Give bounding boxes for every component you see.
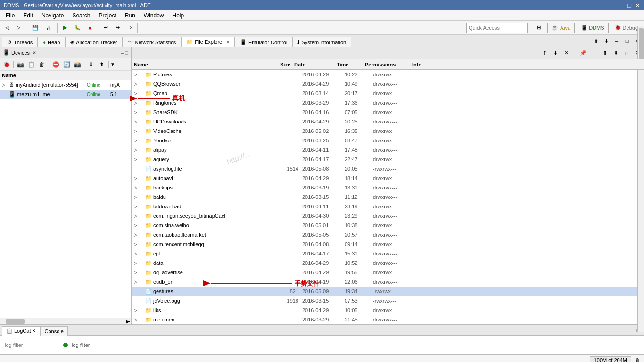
refresh-btn[interactable]: 🔄: [61, 60, 72, 69]
file-row[interactable]: ▷ 📁 Youdao 2016-03-25 08:47 drwxrwx---: [132, 136, 644, 145]
expand-icon[interactable]: ▷: [134, 119, 140, 124]
fe-pin-btn[interactable]: 📌: [578, 49, 588, 58]
file-row[interactable]: ▷ 📁 cpt 2016-04-17 15:31 drwxrwx---: [132, 249, 644, 258]
expand-icon[interactable]: ▷: [134, 91, 140, 96]
toolbar-run-btn[interactable]: ▶: [60, 22, 70, 33]
minimize-button[interactable]: –: [620, 2, 624, 9]
file-row[interactable]: ▷ 📁 QQBrowser 2016-04-29 10:49 drwxrwx--…: [132, 79, 644, 89]
file-row[interactable]: ▷ 📁 Qmap 2016-03-14 20:17 drwxrwx---: [132, 89, 644, 98]
gc-icon[interactable]: 🗑: [635, 357, 640, 362]
pull-btn[interactable]: ⬇: [86, 60, 96, 69]
file-row[interactable]: ▷ 📁 libs 2016-04-29 10:05 drwxrwx---: [132, 305, 644, 315]
logcat-filter-input[interactable]: [3, 341, 59, 349]
expand-emulator[interactable]: ▷: [2, 82, 8, 87]
fe-max-btn[interactable]: □: [622, 49, 631, 58]
file-row[interactable]: 📄 gestures 821 2016-05-09 19:34 -rwxrwx-…: [132, 287, 644, 296]
menu-navigate[interactable]: Navigate: [38, 11, 67, 20]
expand-icon[interactable]: ▷: [134, 129, 140, 133]
tab-bar-ctrl1[interactable]: ⬆: [591, 37, 601, 45]
file-row[interactable]: ▷ 📁 bddownload 2016-04-11 23:19 drwxrwx-…: [132, 202, 644, 211]
file-row[interactable]: ▷ 📁 autonavi 2016-04-29 18:14 drwxrwx---: [132, 173, 644, 183]
fe-export-btn[interactable]: ⬇: [551, 49, 560, 58]
tab-network[interactable]: 〜 Network Statistics: [123, 37, 181, 47]
file-row[interactable]: ▷ 📁 Pictures 2016-04-29 10:22 drwxrwx---: [132, 70, 644, 79]
tab-sysinfo[interactable]: ℹ System Information: [292, 37, 351, 47]
expand-icon[interactable]: ▷: [134, 138, 140, 143]
push-btn[interactable]: ⬆: [97, 60, 107, 69]
toolbar-ddms-btn[interactable]: 📱 DDMS: [577, 23, 608, 33]
menu-edit[interactable]: Edit: [19, 11, 37, 20]
quick-access-input[interactable]: [466, 23, 528, 33]
menu-search[interactable]: Search: [68, 11, 94, 20]
file-row[interactable]: ▷ 📁 UCDownloads 2016-04-29 20:25 drwxrwx…: [132, 117, 644, 126]
toolbar-stop-btn[interactable]: ■: [85, 22, 95, 33]
expand-icon[interactable]: ▷: [134, 223, 140, 228]
file-row[interactable]: ▷ 📁 meiumen... 2016-03-29 21:45 drwxrwx-…: [132, 315, 644, 324]
lc-ctrl1[interactable]: –: [626, 327, 634, 334]
menu-project[interactable]: Project: [95, 11, 120, 20]
tab-file-explorer-close[interactable]: ✕: [226, 40, 230, 45]
devices-close-icon[interactable]: ✕: [33, 50, 36, 55]
expand-icon[interactable]: ▷: [134, 100, 140, 105]
tab-threads[interactable]: ⚙ Threads: [2, 37, 38, 47]
file-row[interactable]: ▷ 📁 alipay 2016-04-11 17:48 drwxrwx---: [132, 145, 644, 155]
toolbar-back-btn[interactable]: ◁: [2, 22, 12, 33]
devices-minimize-btn[interactable]: –: [121, 50, 124, 56]
devices-hscroll-thumb[interactable]: [6, 319, 25, 324]
file-row[interactable]: ▷ 📁 com.tencent.mobileqq 2016-04-08 09:1…: [132, 239, 644, 249]
expand-icon[interactable]: ▷: [134, 214, 140, 218]
devices-maximize-btn[interactable]: □: [125, 50, 128, 56]
expand-icon[interactable]: ▷: [134, 195, 140, 199]
dropdown-arrow[interactable]: ▼: [110, 62, 115, 67]
logcat-tab-logcat[interactable]: 📋 LogCat ✕: [2, 326, 40, 336]
delete-btn[interactable]: 🗑: [37, 60, 47, 69]
devices-hscrollbar[interactable]: ▶: [0, 318, 131, 324]
tab-heap[interactable]: ♦ Heap: [38, 37, 65, 47]
expand-icon[interactable]: ▷: [134, 72, 140, 77]
logcat-tab-console[interactable]: Console: [40, 326, 67, 336]
expand-icon[interactable]: ▷: [134, 317, 140, 322]
toolbar-debug-run-btn[interactable]: 🐛: [71, 22, 84, 33]
menu-help[interactable]: Help: [169, 11, 188, 20]
file-row[interactable]: ▷ 📁 VideoCache 2016-05-02 16:35 drwxrwx-…: [132, 126, 644, 136]
file-row[interactable]: ▷ 📁 com.sina.weibo 2016-05-01 10:38 drwx…: [132, 221, 644, 230]
fe-import-btn[interactable]: ⬆: [540, 49, 549, 58]
file-row[interactable]: ▷ 📁 backups 2016-03-19 13:31 drwxrwx---: [132, 183, 644, 192]
file-row[interactable]: ▷ 📁 aquery 2016-04-17 22:47 drwxrwx---: [132, 155, 644, 164]
expand-icon[interactable]: ▷: [134, 308, 140, 313]
devices-scroll-right[interactable]: ▶: [126, 319, 130, 324]
file-table-container[interactable]: Name Size Date Time Permissions Info ▷ 📁…: [132, 59, 644, 324]
file-row[interactable]: 📄 asynclog.file 1514 2016-05-08 20:05 -r…: [132, 164, 644, 173]
tab-emulator[interactable]: 📱 Emulator Control: [235, 37, 293, 47]
debug-device-btn[interactable]: 🐞: [1, 60, 12, 69]
expand-icon[interactable]: ▷: [134, 110, 140, 115]
toolbar-save-btn[interactable]: 💾: [29, 22, 42, 33]
expand-icon[interactable]: ▷: [134, 148, 140, 152]
expand-icon[interactable]: ▷: [134, 232, 140, 237]
dump-btn[interactable]: 📋: [26, 60, 36, 69]
expand-icon[interactable]: ▷: [134, 261, 140, 265]
expand-icon[interactable]: ▷: [134, 204, 140, 209]
toolbar-undo-btn[interactable]: ↩: [100, 22, 111, 33]
expand-icon[interactable]: ▷: [134, 157, 140, 162]
menu-window[interactable]: Window: [140, 11, 168, 20]
file-row[interactable]: ▷ 📁 Ringtones 2016-03-29 17:36 drwxrwx--…: [132, 98, 644, 107]
stop-process-btn[interactable]: ⛔: [50, 60, 61, 69]
expand-icon[interactable]: ▷: [134, 270, 140, 275]
menu-file[interactable]: File: [2, 11, 18, 20]
menu-run[interactable]: Run: [121, 11, 139, 20]
fe-arrow-down-btn[interactable]: ⬇: [611, 49, 620, 58]
tab-allocation[interactable]: ◈ Allocation Tracker: [65, 37, 122, 47]
file-row[interactable]: 📄 jdVoice.ogg 1918 2016-03-15 07:53 -rwx…: [132, 296, 644, 305]
file-row[interactable]: ▷ 📁 ShareSDK 2016-04-16 07:05 drwxrwx---: [132, 107, 644, 117]
device-row-meizu[interactable]: 📱 meizu-m1_me Online 5.1: [0, 90, 131, 99]
tab-bar-ctrl3[interactable]: –: [612, 37, 621, 45]
screenshot-btn[interactable]: 📷: [15, 60, 25, 69]
toolbar-next-btn[interactable]: ⇒: [124, 22, 135, 33]
tab-bar-ctrl2[interactable]: ⬇: [602, 37, 611, 45]
file-row[interactable]: ▷ 📁 data 2016-04-29 10:52 drwxrwx---: [132, 258, 644, 268]
file-row[interactable]: ▷ 📁 com.lingan.seeyou_bitmapCacl 2016-04…: [132, 211, 644, 221]
tab-bar-ctrl4[interactable]: □: [622, 37, 632, 45]
fe-arrow-up-btn[interactable]: ⬆: [600, 49, 610, 58]
maximize-button[interactable]: □: [627, 2, 631, 9]
